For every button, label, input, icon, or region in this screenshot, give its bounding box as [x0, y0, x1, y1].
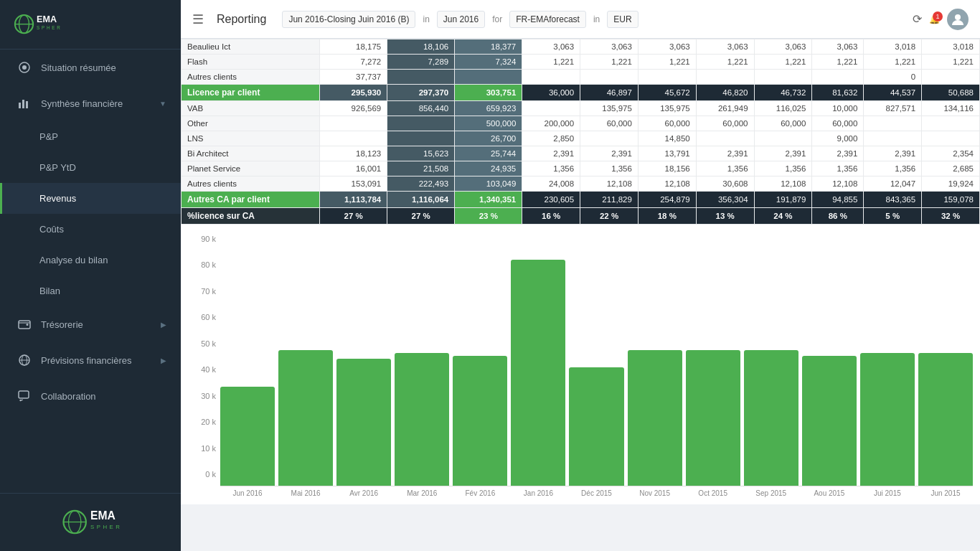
- sidebar-item-synthese[interactable]: Synthèse financière ▼: [0, 85, 181, 121]
- cell-c6: 45,672: [638, 85, 696, 101]
- cell-c4: 1,356: [522, 161, 580, 176]
- month-selector[interactable]: Jun 2016: [437, 11, 485, 28]
- cell-c4: 1,221: [522, 55, 580, 70]
- sidebar-item-collaboration[interactable]: Collaboration: [0, 378, 181, 414]
- sidebar-item-pp[interactable]: P&P: [0, 121, 181, 152]
- cell-c9: 1,356: [812, 161, 864, 176]
- cell-c11: 50,688: [922, 85, 980, 101]
- row-label: LNS: [182, 131, 320, 146]
- cell-c6: 12,108: [638, 176, 696, 192]
- cell-c3: 26,700: [455, 131, 522, 146]
- table-row: Licence par client 295,930 297,370 303,7…: [182, 85, 980, 101]
- cell-c2: [387, 131, 455, 146]
- topbar: ☰ Reporting Jun 2016-Closing Juin 2016 (…: [181, 0, 980, 39]
- row-label: Autres CA par client: [182, 192, 320, 208]
- cell-c8: 1,356: [754, 161, 812, 176]
- cell-c5: 22 %: [580, 208, 639, 225]
- cell-c1: 18,123: [320, 146, 387, 161]
- row-label: Planet Service: [182, 161, 320, 176]
- cell-c4: 24,008: [522, 176, 580, 192]
- cell-c7: 1,356: [696, 161, 754, 176]
- sidebar-item-previsions[interactable]: Prévisions financières ▶: [0, 342, 181, 378]
- circle-icon: [17, 60, 32, 75]
- cell-c9: 1,221: [812, 55, 864, 70]
- sidebar-item-situation[interactable]: Situation résumée: [0, 50, 181, 85]
- svg-text:SPHERE: SPHERE: [90, 524, 123, 530]
- cell-c1: 295,930: [320, 85, 387, 101]
- cell-c11: 159,078: [922, 192, 980, 208]
- sidebar-item-analyse[interactable]: Analyse du bilan: [0, 245, 181, 276]
- sidebar-item-label: Bilan: [39, 286, 166, 296]
- sidebar-item-label: Prévisions financières: [41, 355, 161, 366]
- sidebar-item-ppytd[interactable]: P&P YtD: [0, 152, 181, 183]
- cell-c6: 1,221: [638, 55, 696, 70]
- in1-label: in: [423, 14, 429, 24]
- period-selector[interactable]: Jun 2016-Closing Juin 2016 (B): [282, 11, 415, 28]
- row-label: Other: [182, 116, 320, 131]
- table-row: LNS 26,700 2,850 14,850 9,000: [182, 131, 980, 146]
- cell-c10: 3,018: [864, 39, 922, 55]
- y-label: 60 k: [201, 313, 216, 321]
- cell-c10: 1,221: [864, 55, 922, 70]
- cell-c5: 135,975: [580, 101, 639, 116]
- cell-c2: 21,508: [387, 161, 455, 176]
- sidebar-item-tresorerie[interactable]: Trésorerie ▶: [0, 306, 181, 342]
- y-label: 10 k: [201, 444, 216, 453]
- cell-c9: 60,000: [812, 116, 864, 131]
- sidebar-item-bilan[interactable]: Bilan: [0, 276, 181, 306]
- svg-rect-8: [22, 100, 24, 108]
- currency-selector[interactable]: EUR: [607, 11, 638, 28]
- cell-c1: 37,737: [320, 70, 387, 85]
- chart-bar: [511, 260, 565, 486]
- sidebar-item-couts[interactable]: Coûts: [0, 214, 181, 245]
- ema-sphere-logo: EMA SPHERE: [11, 9, 62, 40]
- cell-c9: 12,108: [812, 176, 864, 192]
- x-label: Jui 2015: [860, 489, 915, 497]
- cell-c7: 356,304: [696, 192, 754, 208]
- cell-c4: 2,850: [522, 131, 580, 146]
- cell-c7: 3,063: [696, 39, 754, 55]
- cell-c2: 27 %: [387, 208, 455, 225]
- cell-c9: 81,632: [812, 85, 864, 101]
- forecast-selector[interactable]: FR-EMAforecast: [509, 11, 586, 28]
- user-avatar[interactable]: [947, 9, 969, 30]
- sidebar-navigation: Situation résumée Synthèse financière ▼ …: [0, 50, 181, 493]
- menu-icon[interactable]: ☰: [192, 11, 204, 27]
- cell-c4: 3,063: [522, 39, 580, 55]
- refresh-icon[interactable]: ⟳: [913, 12, 922, 26]
- y-label: 50 k: [201, 339, 216, 348]
- cell-c10: 2,391: [864, 146, 922, 161]
- notification-badge: 1: [933, 11, 943, 22]
- cell-c5: 12,108: [580, 176, 639, 192]
- notification-bell[interactable]: 🔔 1: [929, 14, 940, 24]
- cell-c6: 14,850: [638, 131, 696, 146]
- revenue-table: Beaulieu Ict 18,175 18,106 18,377 3,063 …: [181, 39, 980, 225]
- sidebar-item-label: Analyse du bilan: [39, 255, 166, 265]
- chart-bar: [628, 350, 682, 486]
- cell-c5: [580, 131, 639, 146]
- cell-c8: 191,879: [754, 192, 812, 208]
- sidebar-item-revenus[interactable]: Revenus: [0, 183, 181, 214]
- cell-c1: 18,175: [320, 39, 387, 55]
- cell-c3: [455, 70, 522, 85]
- data-table-wrapper: Beaulieu Ict 18,175 18,106 18,377 3,063 …: [181, 39, 980, 225]
- svg-point-6: [22, 65, 27, 70]
- cell-c4: 16 %: [522, 208, 580, 225]
- cell-c1: 27 %: [320, 208, 387, 225]
- cell-c7: 261,949: [696, 101, 754, 116]
- sidebar: EMA SPHERE Situation résumée Synthèse fi…: [0, 0, 181, 551]
- cell-c3: 18,377: [455, 39, 522, 55]
- cell-c5: 3,063: [580, 39, 639, 55]
- row-label: Licence par client: [182, 85, 320, 101]
- cell-c6: 254,879: [638, 192, 696, 208]
- cell-c10: 5 %: [864, 208, 922, 225]
- cell-c11: 2,354: [922, 146, 980, 161]
- table-row: Flash 7,272 7,289 7,324 1,221 1,221 1,22…: [182, 55, 980, 70]
- x-label: Aou 2015: [802, 489, 857, 497]
- chevron-right-icon: ▶: [161, 357, 166, 364]
- cell-c8: 3,063: [754, 39, 812, 55]
- cell-c8: 116,025: [754, 101, 812, 116]
- pct-label: %licence sur CA: [182, 208, 320, 225]
- cell-c6: 18,156: [638, 161, 696, 176]
- globe-icon: [17, 352, 32, 368]
